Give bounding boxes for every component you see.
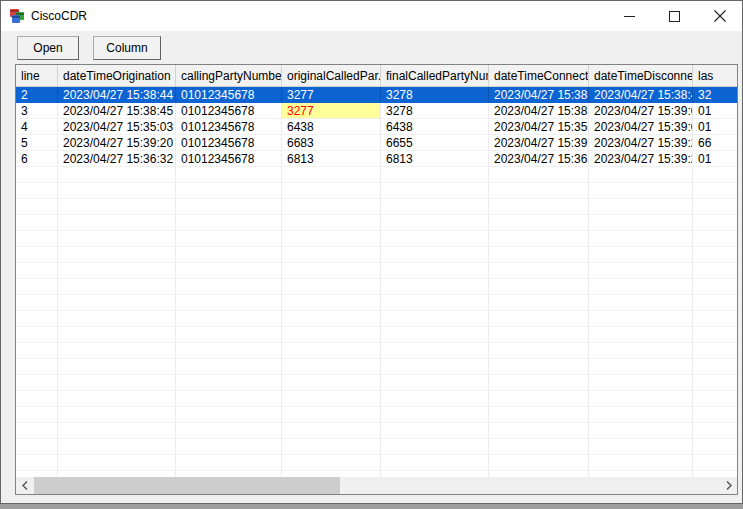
table-cell <box>16 199 58 215</box>
column-header[interactable]: originalCalledPar... <box>282 65 381 86</box>
column-header[interactable]: dateTimeConnect <box>489 65 589 86</box>
scroll-right-button[interactable] <box>720 477 737 494</box>
table-row[interactable]: 22023/04/27 15:38:4401012345678327732782… <box>16 87 737 103</box>
table-cell: 5 <box>16 135 58 151</box>
table-cell <box>58 391 176 407</box>
scrollbar-thumb[interactable] <box>34 477 340 494</box>
column-header[interactable]: callingPartyNumber <box>176 65 282 86</box>
table-cell <box>58 199 176 215</box>
column-header[interactable]: line <box>16 65 58 86</box>
column-header[interactable]: las <box>693 65 737 86</box>
table-cell: 01 <box>693 103 737 119</box>
close-button[interactable] <box>697 1 742 31</box>
table-cell <box>693 199 737 215</box>
table-cell <box>589 327 693 343</box>
empty-row <box>16 439 737 455</box>
maximize-icon <box>669 11 680 22</box>
table-cell <box>381 167 489 183</box>
table-cell <box>489 359 589 375</box>
grid-body: 22023/04/27 15:38:4401012345678327732782… <box>16 87 737 479</box>
table-cell <box>282 423 381 439</box>
empty-row <box>16 263 737 279</box>
table-cell: 01012345678 <box>176 151 282 167</box>
table-cell <box>16 215 58 231</box>
column-header[interactable]: dateTimeDisconnect <box>589 65 693 86</box>
table-cell <box>589 455 693 471</box>
table-row[interactable]: 62023/04/27 15:36:3201012345678681368132… <box>16 151 737 167</box>
table-cell <box>489 439 589 455</box>
app-window: CiscoCDR Open Column linedateTimeOrigina… <box>0 0 743 504</box>
table-cell <box>16 391 58 407</box>
open-button[interactable]: Open <box>17 36 79 60</box>
table-cell <box>381 215 489 231</box>
table-cell <box>58 167 176 183</box>
table-cell: 2023/04/27 15:39:04 <box>589 103 693 119</box>
table-cell <box>693 391 737 407</box>
table-row[interactable]: 42023/04/27 15:35:0301012345678643864382… <box>16 119 737 135</box>
table-row[interactable]: 32023/04/27 15:38:4501012345678327732782… <box>16 103 737 119</box>
table-cell <box>489 247 589 263</box>
table-cell <box>176 263 282 279</box>
empty-row <box>16 183 737 199</box>
scroll-left-button[interactable] <box>16 477 33 494</box>
table-cell: 2023/04/27 15:39:04 <box>589 119 693 135</box>
table-cell <box>381 311 489 327</box>
table-cell <box>489 343 589 359</box>
table-cell <box>381 439 489 455</box>
horizontal-scrollbar[interactable] <box>16 477 737 494</box>
maximize-button[interactable] <box>652 1 697 31</box>
table-cell <box>176 423 282 439</box>
table-cell <box>693 407 737 423</box>
table-cell <box>16 183 58 199</box>
table-cell <box>693 327 737 343</box>
table-cell <box>489 183 589 199</box>
table-cell <box>381 295 489 311</box>
table-cell: 2023/04/27 15:36:32 <box>58 151 176 167</box>
table-cell <box>176 391 282 407</box>
table-cell <box>282 231 381 247</box>
table-cell <box>589 295 693 311</box>
title-bar[interactable]: CiscoCDR <box>1 1 742 31</box>
cdr-grid: linedateTimeOriginationcallingPartyNumbe… <box>15 64 738 495</box>
table-cell <box>282 455 381 471</box>
table-cell <box>381 455 489 471</box>
table-cell: 2023/04/27 15:36:32 <box>489 151 589 167</box>
table-cell <box>282 247 381 263</box>
table-cell <box>381 279 489 295</box>
table-cell <box>693 279 737 295</box>
table-cell <box>381 231 489 247</box>
empty-row <box>16 423 737 439</box>
empty-row <box>16 455 737 471</box>
table-cell <box>16 167 58 183</box>
table-cell <box>693 263 737 279</box>
table-cell <box>693 343 737 359</box>
minimize-icon <box>624 11 635 22</box>
table-cell: 2023/04/27 15:38:45 <box>589 87 693 103</box>
table-cell <box>589 167 693 183</box>
table-cell <box>282 343 381 359</box>
column-header[interactable]: finalCalledPartyNumber <box>381 65 489 86</box>
table-cell <box>58 343 176 359</box>
window-title: CiscoCDR <box>31 9 87 23</box>
table-cell <box>693 183 737 199</box>
table-cell <box>381 247 489 263</box>
table-cell <box>58 359 176 375</box>
table-cell <box>282 391 381 407</box>
table-row[interactable]: 52023/04/27 15:39:2001012345678668366552… <box>16 135 737 151</box>
table-cell: 2023/04/27 15:38:45 <box>58 103 176 119</box>
table-cell <box>282 327 381 343</box>
table-cell <box>176 407 282 423</box>
table-cell <box>489 391 589 407</box>
table-cell: 01012345678 <box>176 87 282 103</box>
table-cell <box>693 423 737 439</box>
table-cell <box>693 375 737 391</box>
column-header[interactable]: dateTimeOrigination <box>58 65 176 86</box>
table-cell <box>589 391 693 407</box>
column-button[interactable]: Column <box>93 36 161 60</box>
table-cell: 01012345678 <box>176 135 282 151</box>
table-cell <box>282 215 381 231</box>
table-cell <box>381 327 489 343</box>
table-cell <box>58 439 176 455</box>
minimize-button[interactable] <box>607 1 652 31</box>
table-cell: 2023/04/27 15:39:20 <box>58 135 176 151</box>
